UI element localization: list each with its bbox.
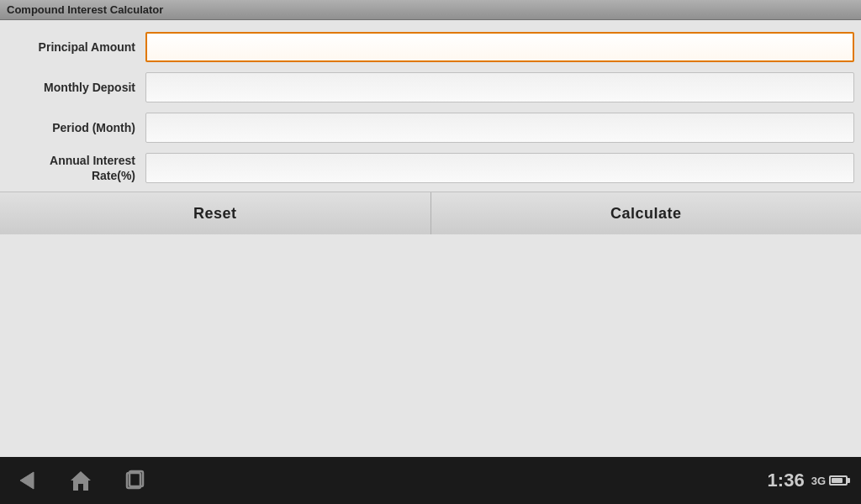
recents-icon: [123, 469, 146, 492]
principal-amount-row: Principal Amount: [0, 27, 861, 67]
home-button[interactable]: [67, 467, 94, 494]
annual-interest-rate-input[interactable]: [145, 153, 854, 183]
monthly-deposit-input[interactable]: [145, 72, 854, 102]
recents-button[interactable]: [121, 467, 148, 494]
period-month-label: Period (Month): [7, 120, 145, 135]
calculate-button[interactable]: Calculate: [431, 192, 862, 234]
principal-amount-input[interactable]: [145, 32, 854, 62]
back-button[interactable]: [13, 467, 40, 494]
time-display: 1:36: [768, 470, 805, 491]
home-icon: [69, 469, 92, 492]
monthly-deposit-row: Monthly Deposit: [0, 67, 861, 108]
nav-left-icons: [13, 467, 148, 494]
period-month-row: Period (Month): [0, 108, 861, 148]
principal-amount-label: Principal Amount: [7, 39, 145, 55]
main-content: Principal Amount Monthly Deposit Period …: [0, 20, 861, 242]
nav-right-area: 1:36 3G: [768, 470, 848, 491]
annual-interest-rate-row: Annual Interest Rate(%): [0, 148, 861, 188]
reset-button[interactable]: Reset: [0, 192, 431, 234]
battery-icon: [829, 475, 848, 486]
content-spacer: [0, 242, 861, 457]
buttons-row: Reset Calculate: [0, 192, 861, 234]
svg-marker-1: [71, 471, 91, 491]
monthly-deposit-label: Monthly Deposit: [7, 80, 145, 95]
svg-marker-0: [20, 472, 34, 489]
title-bar: Compound Interest Calculator: [0, 0, 861, 20]
app-title: Compound Interest Calculator: [7, 3, 163, 16]
period-month-input[interactable]: [145, 113, 854, 143]
signal-indicator: 3G: [811, 475, 826, 487]
battery-fill: [832, 478, 843, 483]
status-icons: 3G: [811, 475, 848, 487]
annual-interest-rate-label: Annual Interest Rate(%): [7, 153, 145, 183]
nav-bar: 1:36 3G: [0, 457, 861, 504]
back-arrow-icon: [15, 469, 39, 492]
